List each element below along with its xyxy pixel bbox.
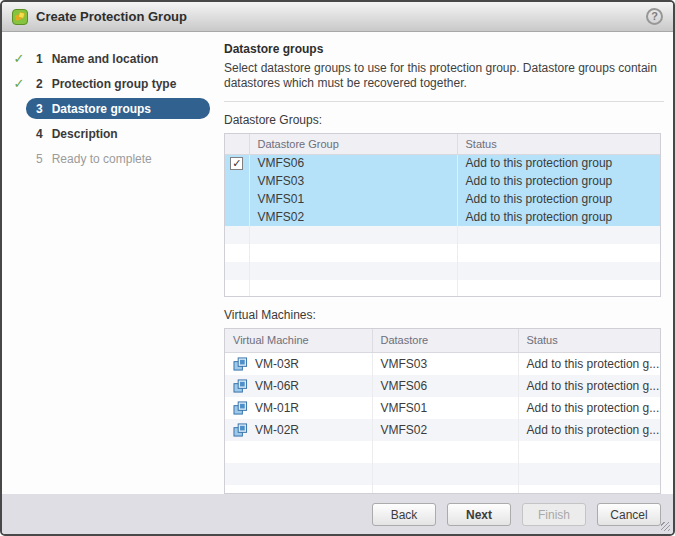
datastore-group-row[interactable]: VMFS03Add to this protection group: [225, 172, 661, 190]
create-protection-group-dialog: Create Protection Group ? ✓1Name and loc…: [0, 0, 675, 536]
virtual-machines-rows: VM-03RVMFS03Add to this protection g...V…: [225, 352, 661, 494]
step-label: Name and location: [52, 52, 159, 66]
vm-datastore: VMFS01: [372, 397, 518, 419]
table-header-row: Virtual Machine Datastore Status: [225, 329, 661, 352]
dialog-footer: BackNextFinishCancel: [2, 494, 673, 535]
vm-name: VM-02R: [255, 423, 299, 437]
column-header-virtual-machine[interactable]: Virtual Machine: [225, 329, 372, 352]
step-label: Ready to complete: [52, 152, 152, 166]
datastore-group-name: VMFS02: [249, 208, 457, 226]
wizard-step-ready-to-complete[interactable]: 5Ready to complete: [2, 146, 217, 171]
protection-group-icon: [12, 9, 28, 25]
datastore-group-row[interactable]: ✓VMFS06Add to this protection group: [225, 154, 661, 172]
empty-row: [225, 262, 661, 280]
wizard-step-name-and-location[interactable]: ✓1Name and location: [2, 46, 217, 71]
checkbox-cell: [225, 208, 249, 226]
datastore-group-name: VMFS06: [249, 154, 457, 172]
page-description: Select datastore groups to use for this …: [224, 61, 664, 91]
dialog-title: Create Protection Group: [36, 9, 638, 24]
row-status: Add to this protection g...: [518, 375, 661, 397]
content-divider: [224, 101, 664, 102]
empty-row: [225, 485, 661, 495]
row-status: Add to this protection group: [457, 154, 661, 172]
vm-datastore: VMFS03: [372, 352, 518, 375]
dialog-body: ✓1Name and location✓2Protection group ty…: [2, 32, 673, 494]
empty-row: [225, 226, 661, 244]
row-status: Add to this protection group: [457, 208, 661, 226]
dialog-titlebar: Create Protection Group ?: [2, 2, 673, 32]
virtual-machines-table-container: Virtual Machine Datastore Status VM-03RV…: [224, 328, 661, 494]
finish-button: Finish: [522, 503, 586, 526]
checkbox-cell: [225, 190, 249, 208]
wizard-page-content: Datastore groups Select datastore groups…: [217, 32, 673, 494]
wizard-step-description[interactable]: 4Description: [2, 121, 217, 146]
wizard-steps: ✓1Name and location✓2Protection group ty…: [2, 32, 217, 494]
empty-row: [225, 280, 661, 297]
vm-icon: [233, 379, 248, 393]
vm-name-cell: VM-03R: [225, 352, 372, 375]
column-header-status[interactable]: Status: [518, 329, 661, 352]
vm-icon: [233, 401, 248, 415]
wizard-step-datastore-groups[interactable]: 3Datastore groups: [2, 96, 217, 121]
datastore-group-name: VMFS01: [249, 190, 457, 208]
row-status: Add to this protection g...: [518, 352, 661, 375]
page-title: Datastore groups: [224, 42, 673, 56]
vm-name: VM-06R: [255, 379, 299, 393]
datastore-groups-label: Datastore Groups:: [224, 113, 673, 127]
datastore-groups-rows: ✓VMFS06Add to this protection groupVMFS0…: [225, 154, 661, 297]
step-number: 5: [36, 152, 43, 166]
next-button[interactable]: Next: [447, 503, 511, 526]
column-header-datastore-group[interactable]: Datastore Group: [249, 134, 457, 154]
vm-name: VM-01R: [255, 401, 299, 415]
vm-name-cell: VM-02R: [225, 419, 372, 441]
vm-icon: [233, 423, 248, 437]
step-number: 3: [36, 102, 43, 116]
resize-grip[interactable]: [661, 522, 670, 531]
table-header-row: Datastore Group Status: [225, 134, 661, 154]
row-status: Add to this protection group: [457, 190, 661, 208]
virtual-machine-row[interactable]: VM-01RVMFS01Add to this protection g...: [225, 397, 661, 419]
checkbox-cell: [225, 172, 249, 190]
wizard-step-protection-group-type[interactable]: ✓2Protection group type: [2, 71, 217, 96]
check-icon: ✓: [10, 51, 28, 66]
row-status: Add to this protection g...: [518, 397, 661, 419]
vm-datastore: VMFS06: [372, 375, 518, 397]
virtual-machine-row[interactable]: VM-03RVMFS03Add to this protection g...: [225, 352, 661, 375]
empty-row: [225, 244, 661, 262]
datastore-group-name: VMFS03: [249, 172, 457, 190]
back-button[interactable]: Back: [372, 503, 436, 526]
help-icon[interactable]: ?: [646, 8, 663, 25]
column-header-checkbox: [225, 134, 249, 154]
step-number: 4: [36, 127, 43, 141]
virtual-machine-row[interactable]: VM-02RVMFS02Add to this protection g...: [225, 419, 661, 441]
vm-name-cell: VM-01R: [225, 397, 372, 419]
column-header-datastore[interactable]: Datastore: [372, 329, 518, 352]
check-icon: ✓: [10, 76, 28, 91]
step-number: 2: [36, 77, 43, 91]
row-status: Add to this protection g...: [518, 419, 661, 441]
step-number: 1: [36, 52, 43, 66]
vm-name: VM-03R: [255, 357, 299, 371]
step-label: Datastore groups: [52, 102, 151, 116]
column-header-status[interactable]: Status: [457, 134, 661, 154]
empty-row: [225, 441, 661, 463]
checkbox-cell: ✓: [225, 154, 249, 172]
step-label: Description: [52, 127, 118, 141]
empty-row: [225, 463, 661, 485]
step-label: Protection group type: [52, 77, 177, 91]
vm-datastore: VMFS02: [372, 419, 518, 441]
row-checkbox[interactable]: ✓: [230, 157, 243, 170]
vm-icon: [233, 357, 248, 371]
row-status: Add to this protection group: [457, 172, 661, 190]
virtual-machines-label: Virtual Machines:: [224, 308, 673, 322]
datastore-groups-table: Datastore Group Status ✓VMFS06Add to thi…: [225, 134, 661, 297]
datastore-group-row[interactable]: VMFS02Add to this protection group: [225, 208, 661, 226]
vm-name-cell: VM-06R: [225, 375, 372, 397]
datastore-groups-table-container: Datastore Group Status ✓VMFS06Add to thi…: [224, 133, 661, 297]
virtual-machines-table: Virtual Machine Datastore Status VM-03RV…: [225, 329, 661, 494]
virtual-machine-row[interactable]: VM-06RVMFS06Add to this protection g...: [225, 375, 661, 397]
datastore-group-row[interactable]: VMFS01Add to this protection group: [225, 190, 661, 208]
cancel-button[interactable]: Cancel: [597, 503, 661, 526]
